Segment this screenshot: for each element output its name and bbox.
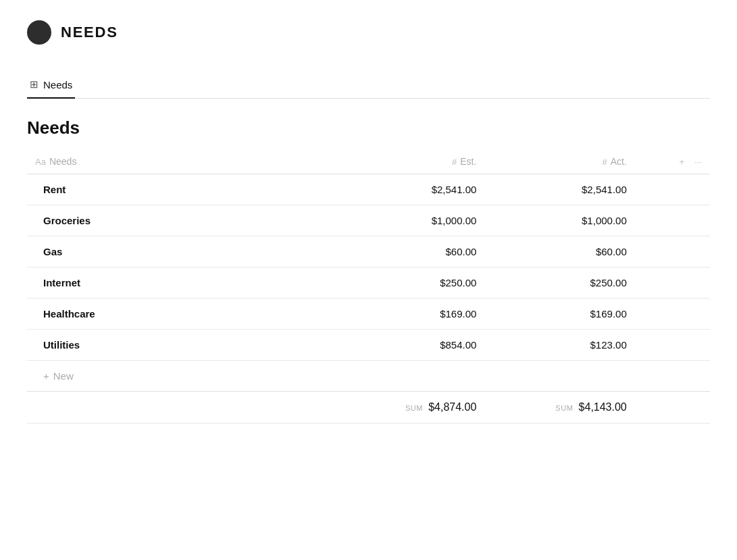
row-name-2: Gas [27,236,334,268]
col-header-est: # Est. [334,152,484,174]
row-name-5: Utilities [27,330,334,361]
row-act-1: $1,000.00 [484,205,634,236]
add-col-icon[interactable]: + [680,157,685,167]
sum-est-cell: SUM $4,874.00 [334,392,484,424]
row-actions-0 [635,174,710,205]
table-row: Groceries $1,000.00 $1,000.00 [27,205,710,236]
col-header-act: # Act. [484,152,634,174]
page-icon [27,20,51,45]
table-row: Internet $250.00 $250.00 [27,268,710,299]
row-est-0: $2,541.00 [334,174,484,205]
table-row: Rent $2,541.00 $2,541.00 [27,174,710,205]
table-row: Gas $60.00 $60.00 [27,236,710,268]
sum-act-value: $4,143.00 [579,401,627,413]
page-title: NEEDS [61,24,118,41]
sum-act-label: SUM [555,404,573,412]
row-actions-2 [635,236,710,268]
row-actions-5 [635,330,710,361]
tab-needs[interactable]: ⊞ Needs [27,72,75,99]
page-header: NEEDS [27,20,710,45]
hash-act-icon: # [602,157,607,167]
sum-row: SUM $4,874.00 SUM $4,143.00 [27,392,710,424]
row-name-1: Groceries [27,205,334,236]
row-act-2: $60.00 [484,236,634,268]
new-label: New [53,370,74,382]
new-row[interactable]: + New [27,361,710,392]
table-row: Healthcare $169.00 $169.00 [27,299,710,330]
col-act-label: Act. [611,156,627,167]
more-col-icon[interactable]: ··· [694,157,702,167]
row-act-4: $169.00 [484,299,634,330]
row-act-0: $2,541.00 [484,174,634,205]
row-name-3: Internet [27,268,334,299]
row-actions-3 [635,268,710,299]
row-actions-1 [635,205,710,236]
hash-est-icon: # [452,157,457,167]
sum-est-label: SUM [405,404,423,412]
row-actions-4 [635,299,710,330]
row-est-5: $854.00 [334,330,484,361]
table-heading: Needs [27,118,710,138]
row-est-1: $1,000.00 [334,205,484,236]
col-est-label: Est. [460,156,476,167]
col-header-actions: + ··· [635,152,710,174]
aa-icon: Aa [35,157,46,167]
row-name-4: Healthcare [27,299,334,330]
table-row: Utilities $854.00 $123.00 [27,330,710,361]
table-section: Needs Aa Needs # Est. # [27,118,710,424]
sum-actions-empty [635,392,710,424]
row-est-4: $169.00 [334,299,484,330]
table-icon: ⊞ [30,78,39,91]
row-est-2: $60.00 [334,236,484,268]
tab-bar: ⊞ Needs [27,72,710,99]
sum-act-cell: SUM $4,143.00 [484,392,634,424]
new-button[interactable]: + New [35,370,702,382]
table-header-row: Aa Needs # Est. # Act. [27,152,710,174]
tab-label: Needs [43,79,72,91]
needs-table: Aa Needs # Est. # Act. [27,152,710,424]
row-est-3: $250.00 [334,268,484,299]
col-needs-label: Needs [49,156,76,167]
row-name-0: Rent [27,174,334,205]
sum-est-value: $4,874.00 [428,401,476,413]
row-act-5: $123.00 [484,330,634,361]
row-act-3: $250.00 [484,268,634,299]
sum-empty [27,392,334,424]
plus-icon: + [43,370,49,382]
col-header-needs: Aa Needs [27,152,334,174]
